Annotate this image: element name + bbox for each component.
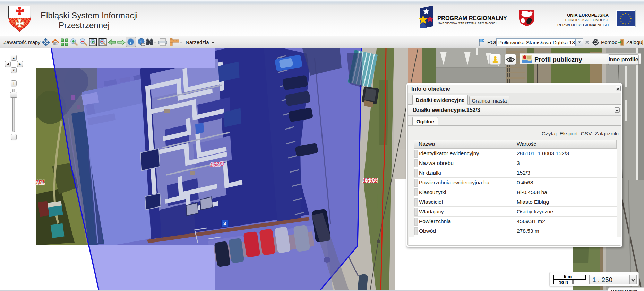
svg-text:10 ft: 10 ft [559,280,568,285]
svg-text:i: i [130,39,131,45]
svg-text:153/2: 153/2 [363,177,378,184]
svg-text:152/3: 152/3 [210,161,224,168]
svg-text:151: 151 [35,179,45,185]
svg-text:5 m: 5 m [564,274,572,279]
svg-text:3: 3 [223,221,226,226]
